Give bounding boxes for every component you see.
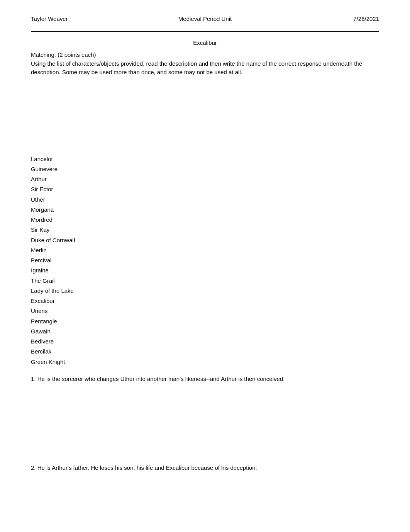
word-bank-item-mordred: Mordred: [31, 215, 379, 225]
word-bank-item-merlin: Merlin: [31, 245, 379, 255]
word-bank-item-green-knight: Green Knight: [31, 357, 379, 367]
spacer-after-q1-2: [31, 425, 379, 464]
word-bank-item-excalibur: Excalibur: [31, 296, 379, 306]
word-bank-item-morgana: Morgana: [31, 205, 379, 215]
spacer-before-wordbank: [31, 85, 379, 146]
instructions-line1: Matching. (2 points each): [31, 51, 379, 59]
word-bank-item-sir-ector: Sir Ector: [31, 184, 379, 194]
header-divider: [31, 31, 379, 32]
date: 7/26/2021: [263, 15, 379, 22]
word-bank-item-arthur: Arthur: [31, 174, 379, 184]
question-1-block: 1. He is the sorcerer who changes Uther …: [31, 375, 379, 384]
word-bank-item-bercilak: Bercilak: [31, 347, 379, 357]
word-bank-item-sir-kay: Sir Kay: [31, 225, 379, 235]
question-2-block: 2. He is Arthur's father. He loses his s…: [31, 464, 379, 473]
spacer-after-q2-2: [31, 514, 379, 532]
word-bank-item-percival: Percival: [31, 255, 379, 265]
word-bank-item-gawain: Gawain: [31, 326, 379, 337]
student-name: Taylor Weaver: [31, 15, 147, 22]
word-bank-item-duke-of-cornwall: Duke of Cornwall: [31, 235, 379, 245]
word-bank-item-lancelot: Lancelot: [31, 154, 379, 164]
word-bank-item-the-grail: The Grail: [31, 276, 379, 286]
word-bank-item-igraine: Igraine: [31, 265, 379, 275]
spacer-after-q1: [31, 386, 379, 425]
word-bank-item-uther: Uther: [31, 195, 379, 205]
word-bank: Lancelot Guinevere Arthur Sir Ector Uthe…: [31, 154, 379, 367]
question-1: 1. He is the sorcerer who changes Uther …: [31, 375, 379, 384]
class-title: Medieval Period Unit: [147, 15, 263, 22]
word-bank-item-uriens: Uriens: [31, 306, 379, 316]
word-bank-item-bedivere: Bedivere: [31, 337, 379, 347]
document-title: Excalibur: [193, 39, 217, 46]
question-2: 2. He is Arthur's father. He loses his s…: [31, 464, 379, 473]
word-bank-item-lady-of-the-lake: Lady of the Lake: [31, 286, 379, 296]
spacer-after-q2: [31, 476, 379, 514]
word-bank-item-pentangle: Pentangle: [31, 316, 379, 326]
word-bank-item-guinevere: Guinevere: [31, 164, 379, 174]
instructions-line2: Using the list of characters/objects pro…: [31, 59, 379, 77]
